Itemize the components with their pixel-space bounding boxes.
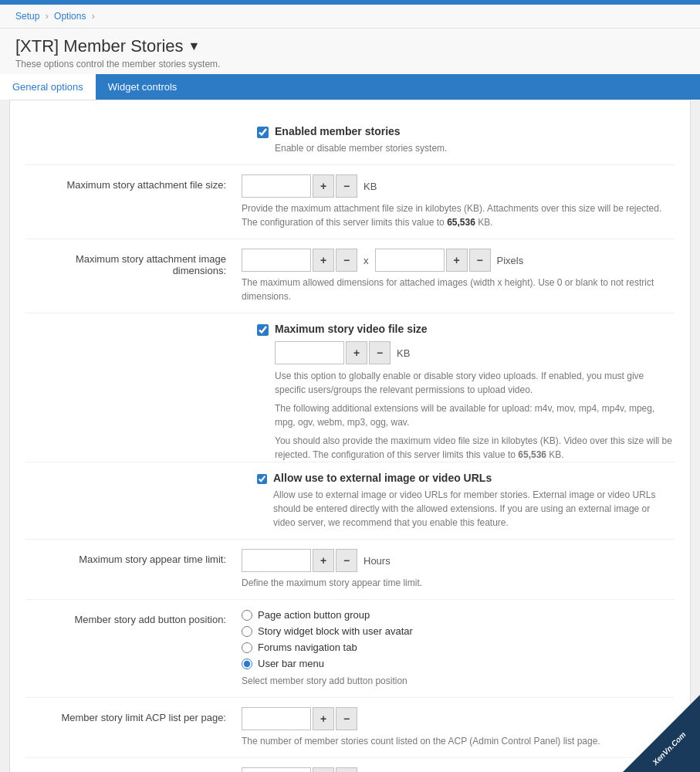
allow-external-urls-checkbox[interactable] <box>257 473 267 485</box>
max-dimensions-width-input[interactable]: 1200 <box>242 249 311 272</box>
max-video-size-label: Maximum story video file size <box>275 323 675 335</box>
radio-user-bar: User bar menu <box>242 658 675 669</box>
radio-story-widget: Story widget block with user avatar <box>242 625 675 637</box>
enabled-stories-row: Enabled member stories Enable or disable… <box>25 116 675 165</box>
page-header: [XTR] Member Stories ▼ These options con… <box>0 29 700 74</box>
max-appear-time-row: Maximum story appear time limit: 24 + − … <box>25 540 675 600</box>
max-dimensions-content: 1200 + − x 800 + − Pixels The maximum al… <box>242 249 675 303</box>
acp-list-per-page-label: Member story limit ACP list per page: <box>25 707 242 723</box>
add-button-position-hint: Select member story add button position <box>242 674 675 688</box>
add-button-position-row: Member story add button position: Page a… <box>25 600 675 698</box>
max-appear-time-unit: Hours <box>364 555 391 567</box>
breadcrumb-setup[interactable]: Setup <box>15 11 39 22</box>
max-attachment-size-decrement[interactable]: − <box>336 174 357 198</box>
max-attachment-size-unit: KB <box>364 181 377 192</box>
radio-page-action-input[interactable] <box>242 610 252 621</box>
content-area: Enabled member stories Enable or disable… <box>10 100 690 772</box>
breadcrumb-sep1: › <box>46 11 49 22</box>
radio-forums-nav-input[interactable] <box>242 642 252 653</box>
max-appear-time-increment[interactable]: + <box>313 549 334 572</box>
max-dimensions-unit: Pixels <box>497 255 524 266</box>
max-video-size-input[interactable]: 30000 <box>275 341 344 364</box>
max-dimensions-height-increment[interactable]: + <box>446 249 468 272</box>
max-dimensions-input-group: 1200 + − x 800 + − Pixels <box>242 249 675 272</box>
max-attachment-size-hint: Provide the maximum attachment file size… <box>242 201 675 229</box>
radio-story-widget-input[interactable] <box>242 626 252 637</box>
acp-list-per-page-increment[interactable]: + <box>313 707 334 730</box>
radio-page-action-label: Page action button group <box>258 609 370 621</box>
max-dimensions-hint: The maximum allowed dimensions for attac… <box>242 276 675 303</box>
radio-story-widget-label: Story widget block with user avatar <box>258 625 413 637</box>
breadcrumb-sep2: › <box>92 11 95 22</box>
dimension-separator: x <box>364 255 369 266</box>
max-video-size-input-group: 30000 + − KB <box>275 341 675 364</box>
dropdown-icon[interactable]: ▼ <box>188 39 201 53</box>
enabled-stories-label: Enabled member stories <box>275 125 447 137</box>
acp-list-per-page-row: Member story limit ACP list per page: 25… <box>25 698 675 758</box>
user-account-list-per-page-decrement[interactable]: − <box>336 767 357 772</box>
add-button-position-label: Member story add button position: <box>25 609 242 625</box>
enabled-stories-checkbox[interactable] <box>257 127 269 138</box>
max-attachment-size-increment[interactable]: + <box>313 174 334 198</box>
acp-list-per-page-input-group: 25 + − <box>242 707 675 730</box>
user-account-list-per-page-content: 25 + − The number of member stories coun… <box>242 767 675 772</box>
max-video-size-decrement[interactable]: − <box>369 341 391 364</box>
user-account-list-per-page-increment[interactable]: + <box>313 767 334 772</box>
max-video-size-row: Maximum story video file size 30000 + − … <box>25 313 675 462</box>
acp-list-per-page-hint: The number of member stories count liste… <box>242 734 675 748</box>
max-video-size-hints: Use this option to globally enable or di… <box>275 369 675 462</box>
max-dimensions-width-increment[interactable]: + <box>313 249 334 272</box>
allow-external-urls-hint: Allow use to external image or video URL… <box>273 488 675 530</box>
add-button-position-content: Page action button group Story widget bl… <box>242 609 675 688</box>
max-appear-time-content: 24 + − Hours Define the maximum story ap… <box>242 549 675 590</box>
max-dimensions-height-decrement[interactable]: − <box>469 249 491 272</box>
max-dimensions-row: Maximum story attachment image dimension… <box>25 239 675 313</box>
max-attachment-size-content: 5000 + − KB Provide the maximum attachme… <box>242 174 675 229</box>
max-attachment-size-row: Maximum story attachment file size: 5000… <box>25 165 675 239</box>
max-attachment-size-input-group: 5000 + − KB <box>242 174 675 198</box>
radio-forums-nav: Forums navigation tab <box>242 642 675 653</box>
tab-general-options[interactable]: General options <box>0 74 96 100</box>
radio-user-bar-input[interactable] <box>242 659 252 669</box>
max-video-size-unit: KB <box>397 347 410 359</box>
user-account-list-per-page-row: Member story limit user account list per… <box>25 758 675 772</box>
max-appear-time-input[interactable]: 24 <box>242 549 311 572</box>
user-account-list-per-page-input-group: 25 + − <box>242 767 675 772</box>
user-account-list-per-page-label: Member story limit user account list per… <box>25 767 242 772</box>
enabled-stories-hint: Enable or disable member stories system. <box>275 141 447 155</box>
breadcrumb: Setup › Options › <box>0 5 700 29</box>
max-dimensions-width-decrement[interactable]: − <box>336 249 357 272</box>
max-video-size-increment[interactable]: + <box>346 341 367 364</box>
allow-external-urls-label: Allow use to external image or video URL… <box>273 472 675 484</box>
max-video-size-checkbox[interactable] <box>257 324 269 336</box>
radio-page-action: Page action button group <box>242 609 675 621</box>
main-card: Enabled member stories Enable or disable… <box>9 100 691 772</box>
acp-list-per-page-input[interactable]: 25 <box>242 707 311 730</box>
max-dimensions-height-input[interactable]: 800 <box>375 249 445 272</box>
max-appear-time-decrement[interactable]: − <box>336 549 357 572</box>
max-dimensions-label: Maximum story attachment image dimension… <box>25 249 242 276</box>
user-account-list-per-page-input[interactable]: 25 <box>242 767 311 772</box>
max-appear-time-hint: Define the maximum story appear time lim… <box>242 576 675 590</box>
max-appear-time-input-group: 24 + − Hours <box>242 549 675 572</box>
tab-widget-controls[interactable]: Widget controls <box>96 74 190 100</box>
acp-list-per-page-decrement[interactable]: − <box>336 707 357 730</box>
page-subtitle: These options control the member stories… <box>15 59 685 69</box>
radio-forums-nav-label: Forums navigation tab <box>258 642 357 653</box>
max-appear-time-label: Maximum story appear time limit: <box>25 549 242 565</box>
acp-list-per-page-content: 25 + − The number of member stories coun… <box>242 707 675 748</box>
page-title-text: [XTR] Member Stories <box>15 36 184 56</box>
max-attachment-size-label: Maximum story attachment file size: <box>25 174 242 191</box>
page-title: [XTR] Member Stories ▼ <box>15 36 685 56</box>
max-attachment-size-input[interactable]: 5000 <box>242 174 311 198</box>
tab-bar: General options Widget controls <box>0 74 700 100</box>
breadcrumb-options[interactable]: Options <box>54 11 86 22</box>
radio-user-bar-label: User bar menu <box>258 658 324 669</box>
allow-external-urls-row: Allow use to external image or video URL… <box>25 462 675 540</box>
